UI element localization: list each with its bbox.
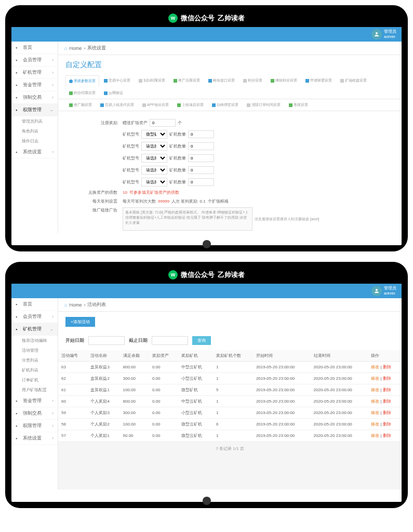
config-tab[interactable]: 积分经限设置 xyxy=(65,87,99,99)
breadcrumb-home[interactable]: Home xyxy=(69,302,82,308)
edit-link[interactable]: 修改 xyxy=(371,399,379,404)
config-tab[interactable]: 检保接口设置 xyxy=(205,75,238,86)
config-tab[interactable]: 上线项目设置 xyxy=(174,99,207,111)
config-tab[interactable]: 扣终绑定设置 xyxy=(208,99,242,111)
tab-icon xyxy=(289,103,292,107)
machine-count-input[interactable] xyxy=(188,130,214,138)
machine-count-input[interactable] xyxy=(188,166,214,174)
chevron-icon: › xyxy=(52,70,54,75)
delete-link[interactable]: 删除 xyxy=(383,376,391,381)
machine-type-select[interactable]: 微型矿机 xyxy=(141,130,167,139)
sidebar-item[interactable]: ▪资金管理› xyxy=(11,395,58,407)
machine-type-select[interactable]: 请选择 xyxy=(141,142,167,151)
machine-count-input[interactable] xyxy=(188,142,214,150)
top-bar: 管理员 admin xyxy=(11,27,402,42)
sidebar-item[interactable]: ▪矿机管理› xyxy=(11,66,58,79)
sidebar-item[interactable]: ▪首页 xyxy=(11,298,58,311)
edit-link[interactable]: 修改 xyxy=(371,376,379,381)
machine-type-select[interactable]: 请选择 xyxy=(141,154,167,163)
edit-link[interactable]: 修改 xyxy=(371,365,379,369)
sidebar-subitem[interactable]: 订单矿机 xyxy=(11,375,58,385)
briefcase-icon: ▪ xyxy=(16,95,21,100)
sidebar-item[interactable]: ▪权限管理⌄ xyxy=(11,104,58,116)
sidebar-item[interactable]: ▪会员管理› xyxy=(11,54,58,66)
config-tab[interactable]: 继续积分设置 xyxy=(267,75,301,86)
chevron-icon: › xyxy=(52,58,54,62)
wechat-icon: W xyxy=(168,14,178,23)
sidebar-item[interactable]: ▪强制交易› xyxy=(11,407,58,420)
start-date-label: 开始日期 xyxy=(65,337,84,344)
tab-icon xyxy=(100,103,104,107)
machine-count-input[interactable] xyxy=(188,178,214,186)
sidebar-item[interactable]: ▪强制交易› xyxy=(11,91,58,104)
machine-type-select[interactable]: 请选择 xyxy=(141,166,167,175)
user-info[interactable]: 管理员 admin xyxy=(384,286,396,296)
sidebar-item[interactable]: ▪矿机管理⌄ xyxy=(11,323,58,336)
sidebar-subitem[interactable]: 管理员列表 xyxy=(11,116,58,126)
edit-link[interactable]: 修改 xyxy=(371,433,379,438)
svg-point-1 xyxy=(376,289,378,291)
avatar[interactable] xyxy=(371,29,382,39)
sidebar-item[interactable]: ▪系统设置› xyxy=(11,146,58,158)
config-tab[interactable]: 扩场收益设置 xyxy=(337,75,370,86)
add-activity-button[interactable]: +添加活动 xyxy=(65,317,95,327)
config-tab[interactable]: 云网验证 xyxy=(100,87,127,99)
chevron-icon: › xyxy=(52,436,54,441)
config-tab[interactable]: 积分设置 xyxy=(239,75,266,86)
edit-link[interactable]: 修改 xyxy=(371,410,379,415)
page-title: 自定义配置 xyxy=(58,55,402,75)
sidebar-subitem[interactable]: 操作日志 xyxy=(11,136,58,146)
delete-link[interactable]: 删除 xyxy=(383,365,391,369)
delete-link[interactable]: 删除 xyxy=(383,399,391,404)
table-row: 58个人奖励2100.000.00微型云矿机62019-05-20 23:00:… xyxy=(58,419,402,430)
sidebar-item[interactable]: ▪会员管理› xyxy=(11,311,58,323)
home-icon[interactable]: ⌂ xyxy=(64,46,67,51)
watermark-header-2: W 微信公众号 乙帅读者 xyxy=(11,268,402,284)
delete-link[interactable]: 删除 xyxy=(383,433,391,438)
search-button[interactable]: 查询 xyxy=(192,336,211,345)
sidebar-subitem[interactable]: 推荐活动编辑 xyxy=(11,336,58,345)
promo-ad-textarea[interactable]: 基本面板 [英文版: 71份] 严格的盘面滑屏模式。 向信奉者·绑物验证积验证+… xyxy=(123,207,252,231)
home-icon[interactable]: ⌂ xyxy=(64,302,67,308)
tab-icon xyxy=(69,79,73,83)
sidebar-subitem[interactable]: 矿机列表 xyxy=(11,365,58,375)
sidebar-item[interactable]: ▪首页 xyxy=(11,42,58,54)
sidebar-subitem[interactable]: 角色列表 xyxy=(11,126,58,136)
chevron-icon: ⌄ xyxy=(50,108,54,112)
edit-link[interactable]: 修改 xyxy=(371,388,379,392)
config-tab[interactable]: 交易中心设置 xyxy=(100,75,134,86)
table-header: 结束时间 xyxy=(311,350,368,362)
config-tab[interactable]: 系统设置 xyxy=(285,99,312,111)
sidebar-item[interactable]: ▪系统设置› xyxy=(11,432,58,445)
user-info[interactable]: 管理员 admin xyxy=(384,29,396,39)
machine-count-input[interactable] xyxy=(188,154,214,162)
config-tab[interactable]: 申请联盟设置 xyxy=(302,75,336,86)
tab-icon xyxy=(174,79,177,83)
breadcrumb-home[interactable]: Home xyxy=(69,46,82,51)
config-tab[interactable]: APP地址设置 xyxy=(139,99,172,111)
top-bar-2: 管理员 admin xyxy=(11,284,402,298)
sidebar-subitem[interactable]: 用户矿场配置 xyxy=(11,385,58,395)
reg-reward-input[interactable] xyxy=(150,119,176,127)
tab-icon xyxy=(212,103,216,107)
avatar[interactable] xyxy=(371,286,382,296)
breadcrumb: ⌂ Home › 系统设置 xyxy=(58,42,402,55)
delete-link[interactable]: 删除 xyxy=(383,422,391,427)
sidebar-item[interactable]: ▪权限管理› xyxy=(11,420,58,432)
sidebar-item[interactable]: ▪资金管理› xyxy=(11,79,58,91)
sidebar-subitem[interactable]: 分类列表 xyxy=(11,355,58,365)
sidebar-subitem[interactable]: 活动管理 xyxy=(11,345,58,355)
delete-link[interactable]: 删除 xyxy=(383,388,391,392)
config-tab[interactable]: 交易上线迭代设置 xyxy=(97,99,138,111)
edit-link[interactable]: 修改 xyxy=(371,422,379,427)
config-tab[interactable]: 清除订单时间设置 xyxy=(243,99,284,111)
config-tab[interactable]: 划扣时限设置 xyxy=(135,75,169,86)
start-date-input[interactable] xyxy=(88,336,125,345)
config-tab[interactable]: 推广页面设置 xyxy=(170,75,204,86)
config-tab[interactable]: 推广额设置 xyxy=(65,99,96,111)
machine-type-select[interactable]: 请选择 xyxy=(141,178,167,187)
config-tab[interactable]: 系统参数设置 xyxy=(65,75,99,87)
end-date-input[interactable] xyxy=(152,336,188,345)
tabs-row-1: 系统参数设置交易中心设置划扣时限设置推广页面设置检保接口设置积分设置继续积分设置… xyxy=(58,75,402,99)
delete-link[interactable]: 删除 xyxy=(383,410,391,415)
